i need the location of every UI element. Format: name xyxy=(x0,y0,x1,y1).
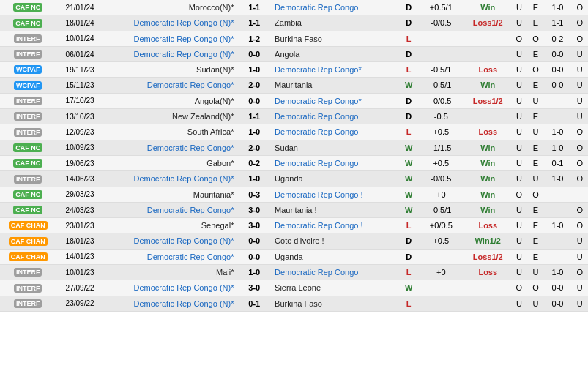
second-score: 1-0 xyxy=(544,0,572,15)
second-score: 1-1 xyxy=(544,15,572,31)
away-team[interactable]: Angola xyxy=(272,46,401,61)
away-team[interactable]: Democratic Rep Congo xyxy=(272,109,401,124)
o-col: O xyxy=(571,124,588,140)
comp-label: CAF NC xyxy=(13,19,42,28)
handicap: -0.5 xyxy=(417,109,465,124)
match-result: D xyxy=(401,46,417,61)
handicap: -0.5/1 xyxy=(417,78,465,93)
o-col: O xyxy=(571,31,588,46)
away-team[interactable]: Democratic Rep Congo xyxy=(272,124,401,140)
away-team[interactable]: Sierra Leone xyxy=(272,280,401,296)
home-team[interactable]: Democratic Rep Congo* xyxy=(104,202,237,217)
e-col: E xyxy=(527,140,544,155)
table-row: INTERF 10/01/24 Democratic Rep Congo (N)… xyxy=(0,31,588,46)
comp-label: INTERF xyxy=(14,268,42,277)
win-loss: Win xyxy=(465,171,511,187)
home-team[interactable]: Democratic Rep Congo (N)* xyxy=(104,280,237,296)
o-col: O xyxy=(571,265,588,280)
handicap: +0.5/1 xyxy=(417,0,465,15)
away-team[interactable]: Democratic Rep Congo xyxy=(272,155,401,170)
match-result: L xyxy=(401,296,417,311)
match-score: 1-0 xyxy=(237,171,272,187)
home-team[interactable]: Democratic Rep Congo* xyxy=(104,140,237,155)
o-col: U xyxy=(571,109,588,124)
u-col: U xyxy=(511,62,528,78)
u-col: U xyxy=(511,78,528,93)
home-team[interactable]: Angola(N)* xyxy=(104,93,237,108)
match-score: 0-0 xyxy=(237,233,272,249)
match-result: L xyxy=(401,124,417,140)
home-team[interactable]: Democratic Rep Congo (N)* xyxy=(104,171,237,187)
matches-table: CAF NC 21/01/24 Morocco(N)* 1-1 Democrat… xyxy=(0,0,588,312)
match-date: 14/06/23 xyxy=(56,171,103,187)
match-score: 1-0 xyxy=(237,124,272,140)
match-date: 17/10/23 xyxy=(56,93,103,108)
o-col: U xyxy=(571,280,588,296)
away-team[interactable]: Democratic Rep Congo xyxy=(272,265,401,280)
win-loss xyxy=(465,31,511,46)
competition-badge: INTERF xyxy=(0,265,56,280)
home-team[interactable]: New Zealand(N)* xyxy=(104,109,237,124)
win-loss: Loss xyxy=(465,62,511,78)
competition-badge: CAF CHAN xyxy=(0,218,56,233)
away-team[interactable]: Democratic Rep Congo ! xyxy=(272,187,401,202)
handicap xyxy=(417,296,465,311)
home-team[interactable]: Democratic Rep Congo* xyxy=(104,249,237,264)
e-col: E xyxy=(527,202,544,217)
win-loss xyxy=(465,46,511,61)
match-score: 1-1 xyxy=(237,15,272,31)
away-team[interactable]: Burkina Faso xyxy=(272,31,401,46)
away-team[interactable]: Uganda xyxy=(272,171,401,187)
competition-badge: CAF NC xyxy=(0,0,56,15)
e-col: E xyxy=(527,155,544,170)
home-team[interactable]: Democratic Rep Congo (N)* xyxy=(104,233,237,249)
handicap: +0.5 xyxy=(417,233,465,249)
e-col: U xyxy=(527,265,544,280)
away-team[interactable]: Mauritania ! xyxy=(272,202,401,217)
handicap: +0/0.5 xyxy=(417,218,465,233)
home-team[interactable]: Mauritania* xyxy=(104,187,237,202)
comp-label: CAF CHAN xyxy=(9,237,48,246)
away-team[interactable]: Democratic Rep Congo ! xyxy=(272,218,401,233)
e-col: U xyxy=(527,93,544,108)
o-col: U xyxy=(571,296,588,311)
table-row: CAF CHAN 14/01/23 Democratic Rep Congo* … xyxy=(0,249,588,264)
win-loss xyxy=(465,280,511,296)
home-team[interactable]: Sudan(N)* xyxy=(104,62,237,78)
away-team[interactable]: Democratic Rep Congo* xyxy=(272,62,401,78)
away-team[interactable]: Sudan xyxy=(272,140,401,155)
home-team[interactable]: Senegal* xyxy=(104,218,237,233)
home-team[interactable]: Democratic Rep Congo (N)* xyxy=(104,15,237,31)
home-team[interactable]: Democratic Rep Congo (N)* xyxy=(104,31,237,46)
second-score: 1-0 xyxy=(544,171,572,187)
o-col: U xyxy=(571,249,588,264)
second-score: 0-0 xyxy=(544,46,572,61)
away-team[interactable]: Burkina Faso xyxy=(272,296,401,311)
table-row: INTERF 12/09/23 South Africa* 1-0 Democr… xyxy=(0,124,588,140)
handicap: -1/1.5 xyxy=(417,140,465,155)
handicap: -0.5/1 xyxy=(417,62,465,78)
away-team[interactable]: Mauritania xyxy=(272,78,401,93)
win-loss: Win xyxy=(465,155,511,170)
match-result: W xyxy=(401,78,417,93)
match-result: L xyxy=(401,62,417,78)
comp-label: INTERF xyxy=(14,50,42,59)
home-team[interactable]: Democratic Rep Congo* xyxy=(104,78,237,93)
away-team[interactable]: Democratic Rep Congo* xyxy=(272,93,401,108)
away-team[interactable]: Uganda xyxy=(272,249,401,264)
away-team[interactable]: Democratic Rep Congo xyxy=(272,0,401,15)
home-team[interactable]: Gabon* xyxy=(104,155,237,170)
table-row: INTERF 27/09/22 Democratic Rep Congo (N)… xyxy=(0,280,588,296)
home-team[interactable]: Morocco(N)* xyxy=(104,0,237,15)
home-team[interactable]: Mali* xyxy=(104,265,237,280)
u-col: U xyxy=(511,233,528,249)
home-team[interactable]: Democratic Rep Congo (N)* xyxy=(104,46,237,61)
second-score: 0-0 xyxy=(544,280,572,296)
home-team[interactable]: South Africa* xyxy=(104,124,237,140)
home-team[interactable]: Democratic Rep Congo (N)* xyxy=(104,296,237,311)
away-team[interactable]: Zambia xyxy=(272,15,401,31)
away-team[interactable]: Cote d'Ivoire ! xyxy=(272,233,401,249)
match-result: W xyxy=(401,187,417,202)
second-score: 0-0 xyxy=(544,78,572,93)
handicap: -0.5/1 xyxy=(417,202,465,217)
